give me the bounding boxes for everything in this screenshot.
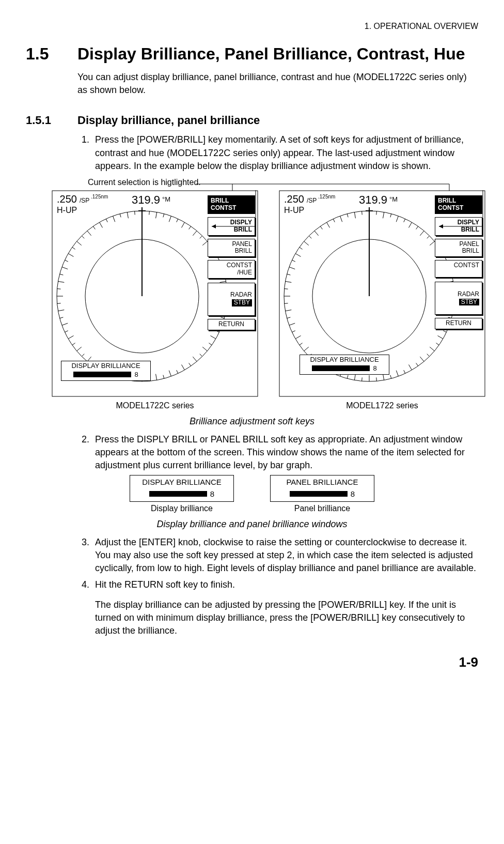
- brilliance-window-right: DISPLAY BRILLIANCE 8: [300, 355, 389, 375]
- svg-text:/SP: /SP: [80, 197, 89, 204]
- subsection-number: 1.5.1: [26, 113, 77, 129]
- steps-list: Press the [POWER/BRILL] key momentarily.…: [77, 133, 478, 173]
- svg-text:/SP: /SP: [307, 197, 317, 204]
- soft-keys-left: BRILL CONTST DISPLY BRILL PANEL BRILL CO…: [208, 195, 255, 330]
- brilliance-value: 8: [373, 365, 376, 372]
- model-caption-left: MODEL1722C series: [52, 400, 258, 411]
- brilliance-bar: [73, 372, 131, 377]
- svg-text:H-UP: H-UP: [57, 206, 77, 214]
- svg-line-72: [57, 289, 61, 289]
- panel-brilliance-window: PANEL BRILLIANCE 8: [270, 475, 374, 502]
- figure-caption-2: Display brilliance and panel brilliance …: [26, 518, 478, 531]
- softkey-heading: BRILL CONTST: [435, 195, 482, 214]
- section-heading: 1.5 Display Brilliance, Panel Brilliance…: [26, 42, 478, 66]
- softkey-panel-brill[interactable]: PANEL BRILL: [208, 239, 255, 257]
- step-4: Hit the RETURN soft key to finish. The d…: [92, 578, 478, 638]
- svg-text:.125nm: .125nm: [91, 194, 108, 200]
- softkey-return[interactable]: RETURN: [435, 318, 482, 329]
- softkey-disply-brill[interactable]: DISPLY BRILL: [435, 217, 482, 236]
- brilliance-bar: [149, 491, 207, 497]
- softkey-contst[interactable]: CONTST: [435, 260, 482, 278]
- svg-text:°M: °M: [162, 195, 170, 203]
- svg-line-159: [285, 289, 288, 289]
- svg-text:H-UP: H-UP: [284, 206, 304, 214]
- display-brilliance-window: DISPLAY BRILLIANCE 8: [130, 475, 234, 502]
- step-2: Press the DISPLY BRILL or PANEL BRILL so…: [92, 433, 478, 472]
- svg-line-157: [285, 303, 288, 304]
- brilliance-window-left: DISPLAY BRILLIANCE 8: [61, 361, 151, 381]
- softkey-radar-stby[interactable]: RADARSTBY: [435, 282, 482, 315]
- svg-text:319.9: 319.9: [132, 193, 160, 206]
- callout-text: Current selection is higtlighted.: [88, 177, 478, 188]
- softkey-return[interactable]: RETURN: [208, 319, 255, 330]
- model-caption-right: MODEL1722 series: [279, 400, 485, 411]
- section-number: 1.5: [26, 42, 77, 66]
- brilliance-bar: [312, 365, 370, 371]
- svg-line-175: [362, 211, 363, 215]
- svg-line-88: [135, 211, 135, 215]
- brilliance-value: 8: [134, 371, 138, 378]
- figure-caption-1: Brilliance adjustment soft keys: [26, 415, 478, 428]
- running-head: 1. OPERATIONAL OVERVIEW: [26, 21, 478, 32]
- brilliance-bar: [290, 491, 348, 497]
- display-brilliance-caption: Display brilliance: [130, 503, 234, 514]
- steps-list-cont2: Adjust the [ENTER] knob, clockwise to ra…: [77, 536, 478, 637]
- svg-line-139: [376, 378, 377, 381]
- figure-row: .250 /SP .125nm H-UP 319.9 °M: [52, 190, 478, 411]
- svg-text:.125nm: .125nm: [318, 194, 335, 200]
- section-title: Display Brilliance, Panel Brilliance, Co…: [77, 42, 478, 66]
- subsection-title: Display brilliance, panel brilliance: [77, 113, 478, 129]
- page-number: 1-9: [26, 653, 478, 671]
- brilliance-value: 8: [351, 488, 355, 499]
- radar-right: .250 /SP .125nm H-UP 319.9 °M BRILL CONT…: [279, 190, 485, 411]
- section-intro: You can adjust display brilliance, panel…: [77, 71, 478, 97]
- soft-keys-right: BRILL CONTST DISPLY BRILL PANEL BRILL CO…: [435, 195, 482, 329]
- subsection-heading: 1.5.1 Display brilliance, panel brillian…: [26, 113, 478, 129]
- step-1: Press the [POWER/BRILL] key momentarily.…: [92, 133, 478, 173]
- svg-text:319.9: 319.9: [359, 193, 387, 206]
- svg-text:°M: °M: [389, 195, 398, 203]
- svg-line-18: [149, 211, 150, 215]
- softkey-panel-brill[interactable]: PANEL BRILL: [435, 239, 482, 257]
- radar-left: .250 /SP .125nm H-UP 319.9 °M: [52, 190, 258, 411]
- brilliance-value: 8: [210, 488, 214, 499]
- svg-line-105: [376, 211, 377, 215]
- svg-text:.250: .250: [57, 193, 77, 205]
- steps-list-cont: Press the DISPLY BRILL or PANEL BRILL so…: [77, 433, 478, 472]
- brilliance-windows: DISPLAY BRILLIANCE 8 Display brilliance …: [26, 475, 478, 514]
- step-3: Adjust the [ENTER] knob, clockwise to ra…: [92, 536, 478, 575]
- panel-brilliance-caption: Panel brilliance: [270, 503, 374, 514]
- softkey-contst-hue[interactable]: CONTST /HUE: [208, 260, 255, 279]
- svg-line-70: [57, 303, 61, 304]
- softkey-disply-brill[interactable]: DISPLY BRILL: [208, 217, 255, 236]
- softkey-radar-stby[interactable]: RADARSTBY: [208, 283, 255, 316]
- svg-text:.250: .250: [284, 193, 304, 205]
- svg-line-141: [362, 378, 363, 381]
- softkey-heading: BRILL CONTST: [208, 195, 255, 214]
